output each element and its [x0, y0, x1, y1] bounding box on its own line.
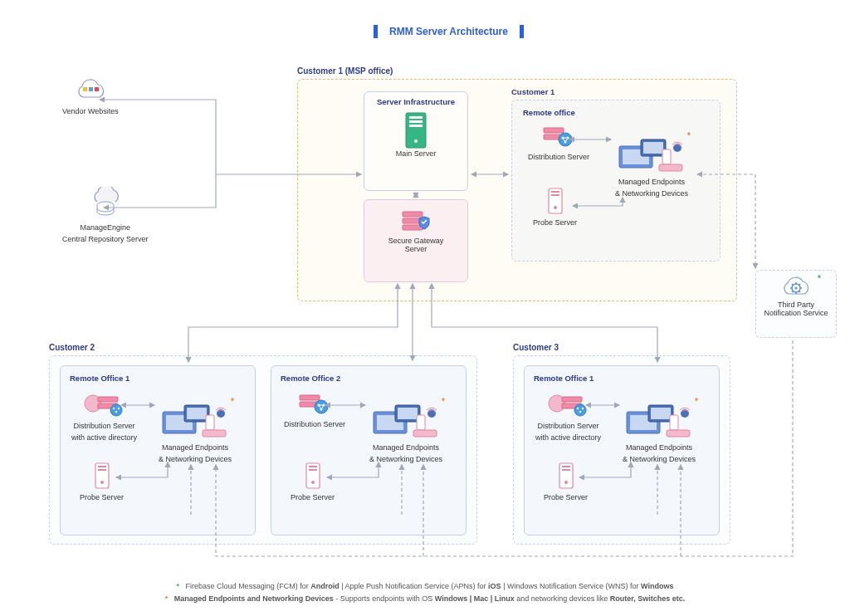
vendor-websites-label: Vendor Websites [62, 107, 119, 115]
svg-rect-70 [309, 466, 317, 467]
svg-rect-88 [562, 466, 570, 467]
l2-os-bold: Windows | Mac | Linux [435, 594, 515, 603]
svg-point-86 [579, 411, 580, 413]
c2-ro2-endpoints-label-1: Managed Endpoints [373, 443, 439, 452]
svg-rect-89 [562, 469, 570, 471]
probe-server-icon [305, 462, 321, 490]
svg-line-41 [792, 291, 793, 292]
title-bar-right [520, 25, 524, 38]
c1-endpoints-label-1: Managed Endpoints [618, 178, 685, 186]
svg-rect-6 [409, 120, 423, 123]
l2-mid: - Supports endpoints with OS [335, 594, 435, 603]
managed-endpoints-icon [158, 398, 232, 440]
svg-point-46 [112, 408, 114, 409]
svg-rect-59 [203, 430, 226, 437]
c2-ro1-dist-node: Distribution Server with active director… [71, 392, 137, 442]
managed-endpoints-icon [622, 398, 696, 440]
svg-rect-43 [98, 397, 118, 402]
svg-rect-60 [300, 395, 320, 400]
main-server-icon [404, 111, 427, 149]
vendor-websites-node: Vendor Websites [62, 79, 119, 115]
server-infra-box: Server Infrastructure Main Server [364, 91, 468, 191]
c2-ro1-endpoints-node: * Managed Endpoints & Networking Devices [158, 398, 232, 463]
c1-probe-server-node: Probe Server [533, 187, 577, 227]
svg-rect-12 [544, 128, 564, 133]
svg-point-8 [414, 139, 418, 143]
svg-line-39 [799, 291, 800, 292]
l2-suffix2-bold: Router, Switches etc. [610, 594, 686, 603]
svg-point-14 [559, 133, 572, 146]
distribution-ad-server-icon [83, 392, 126, 418]
svg-rect-28 [643, 142, 663, 154]
svg-point-83 [574, 404, 586, 416]
main-server-label: Main Server [396, 149, 437, 158]
svg-rect-7 [409, 125, 423, 127]
title-text: RMM Server Architecture [383, 26, 515, 37]
c3-ro1-label: Remote Office 1 [534, 374, 594, 383]
msp-header: Customer 1 (MSP office) [297, 66, 393, 76]
svg-rect-56 [187, 408, 207, 419]
c2-ro2-probe-node: Probe Server [291, 462, 335, 501]
c2-ro1-probe-label: Probe Server [80, 493, 124, 501]
c2-ro1-dist-label-2: with active directory [71, 433, 137, 442]
probe-server-icon [547, 187, 564, 215]
svg-rect-79 [413, 430, 437, 437]
distribution-server-icon [298, 392, 331, 417]
crs-label-2: Central Repository Server [62, 235, 149, 243]
wns-text: Windows Notification Service (WNS) for [507, 582, 641, 590]
crs-node: ManageEngine Central Repository Server [62, 187, 149, 243]
c2-ro1-endpoints-label-1: Managed Endpoints [162, 443, 228, 452]
fcm-text: Firebase Cloud Messaging (FCM) for [186, 582, 311, 590]
c1-endpoints-label-2: & Networking Devices [615, 189, 688, 198]
third-party-label-1: Third Party [778, 301, 814, 309]
asterisk-orange-icon: * [165, 594, 169, 603]
customer1-remote-office-label: Remote office [523, 108, 575, 117]
svg-point-48 [115, 411, 116, 413]
c2-ro2-probe-label: Probe Server [291, 493, 335, 501]
cloud-database-icon [87, 187, 124, 220]
svg-point-90 [564, 481, 568, 484]
title-bar-left [374, 25, 378, 38]
svg-rect-1 [89, 87, 93, 91]
secure-gateway-server-icon [399, 207, 432, 237]
svg-rect-76 [398, 408, 418, 419]
c2-ro1-probe-node: Probe Server [80, 462, 124, 501]
c2-ro1-dist-label-1: Distribution Server [74, 422, 135, 430]
cloud-gear-icon [779, 276, 813, 301]
svg-point-52 [100, 481, 104, 484]
secure-gateway-box: Secure Gateway Server [364, 199, 468, 282]
svg-rect-50 [98, 466, 106, 467]
c3-ro1-endpoints-node: * Managed Endpoints & Networking Devices [622, 398, 696, 463]
third-party-box: * Third Party Notification Service [755, 270, 837, 338]
c3-ro1-endpoints-label-2: & Networking Devices [623, 455, 696, 463]
l2-prefix-bold: Managed Endpoints and Networking Devices [174, 594, 334, 603]
svg-rect-0 [83, 87, 87, 91]
svg-rect-57 [206, 415, 214, 430]
svg-rect-2 [95, 87, 99, 91]
footer-line-1: * Firebase Cloud Messaging (FCM) for And… [0, 580, 850, 592]
managed-endpoints-icon [369, 398, 443, 440]
asterisk-green-icon: * [177, 582, 180, 590]
c2-ro2-dist-node: Distribution Server [284, 392, 345, 428]
c2-ro2-dist-label: Distribution Server [284, 420, 345, 428]
c3-ro1-probe-label: Probe Server [544, 493, 588, 501]
customer3-header: Customer 3 [513, 343, 559, 352]
svg-point-47 [117, 408, 119, 409]
c1-endpoints-node: * Managed Endpoints & Networking Devices [614, 133, 689, 198]
svg-rect-5 [409, 116, 423, 119]
c1-dist-server-label: Distribution Server [528, 153, 589, 161]
windows-bold: Windows [641, 582, 673, 590]
c3-ro1-endpoints-label-1: Managed Endpoints [626, 443, 692, 452]
svg-rect-9 [403, 212, 423, 217]
c3-ro1-probe-node: Probe Server [544, 462, 588, 501]
server-infra-label: Server Infrastructure [377, 97, 455, 106]
c2-ro2-endpoints-node: * Managed Endpoints & Networking Devices [369, 398, 443, 463]
apns-text: Apple Push Notification Service (APNs) f… [345, 582, 489, 590]
l2-suffix1: and networking devices like [516, 594, 610, 603]
svg-point-84 [576, 408, 578, 409]
crs-label-1: ManageEngine [80, 223, 130, 232]
c1-dist-server-node: Distribution Server [528, 125, 589, 161]
svg-point-62 [315, 400, 328, 413]
c3-ro1-dist-label-1: Distribution Server [538, 422, 599, 430]
svg-line-38 [792, 284, 793, 285]
